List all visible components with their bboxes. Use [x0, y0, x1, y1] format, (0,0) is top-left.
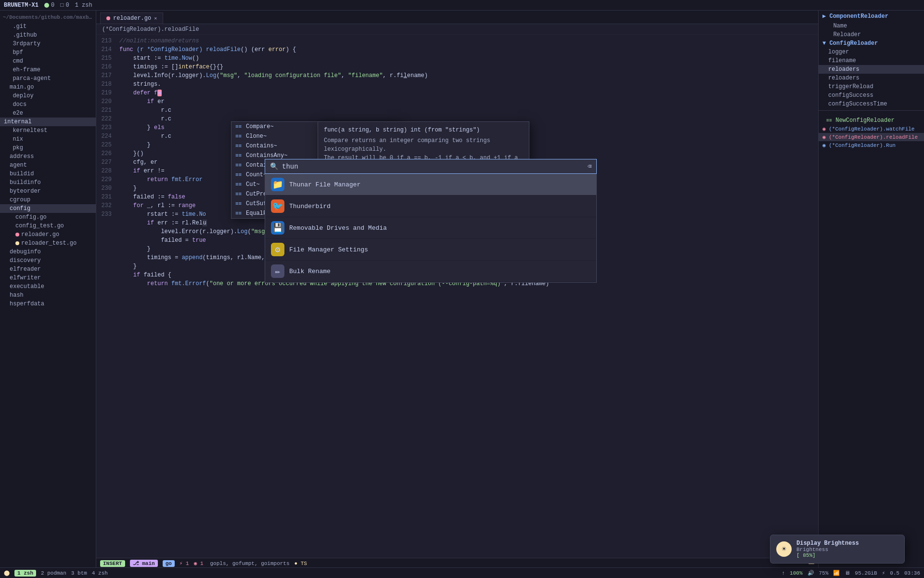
indicator-0: 0: [44, 2, 54, 9]
sidebar-item-debuginfo[interactable]: debuginfo: [0, 248, 96, 256]
rp-configsuccesstime[interactable]: configSuccessTime: [819, 100, 924, 108]
status-bar: INSERT ⎇ main go ⚡ 1 ◉ 1 gopls, gofumpt,…: [96, 558, 818, 568]
sidebar-item-docs[interactable]: docs: [0, 100, 96, 109]
rp-run[interactable]: ◉ (*ConfigReloader).Run: [819, 141, 924, 149]
ac-label-3: Contains~: [246, 143, 277, 149]
rp-watcher[interactable]: reloaders: [819, 65, 924, 74]
sidebar-item-git[interactable]: .git: [0, 22, 96, 31]
sidebar-item-cgroup[interactable]: cgroup: [0, 196, 96, 204]
notif-subtitle: Brightness: [796, 547, 898, 552]
sidebar-item-elfreader[interactable]: elfreader: [0, 265, 96, 274]
search-overlay[interactable]: 🔍 ⌫ 📁 Thunar File Manager 🐦 Thunderbird …: [265, 159, 597, 283]
tab-reloadergo[interactable]: reloader.go ✕: [100, 13, 163, 24]
search-result-removable[interactable]: 💾 Removable Drives and Media: [265, 217, 596, 239]
rp-reloaders[interactable]: reloaders: [819, 74, 924, 82]
sidebar-item-cmd[interactable]: cmd: [0, 57, 96, 66]
editor-area: reloader.go ✕ (*ConfigReloader).reloadFi…: [96, 11, 818, 568]
filemanager-label: File Manager Settings: [289, 246, 368, 253]
search-result-thunar[interactable]: 📁 Thunar File Manager: [265, 174, 596, 196]
sidebar-item-buildid[interactable]: buildid: [0, 170, 96, 178]
rp-reloadfile[interactable]: ◉ (*ConfigReloader).reloadFile: [819, 133, 924, 141]
sidebar-item-hash[interactable]: hash: [0, 291, 96, 300]
sidebar-item-config[interactable]: config: [0, 204, 96, 213]
sidebar-item-github[interactable]: .github: [0, 31, 96, 39]
rp-newconfigreloader[interactable]: ≡≡ NewConfigReloader: [819, 116, 924, 125]
sidebar-item-address[interactable]: address: [0, 152, 96, 161]
indicator-1: □ 0: [60, 2, 69, 9]
bottom-status-bar: ⬤ 1 zsh 2 podman 3 btm 4 zsh ↑ 100% 🔊 75…: [0, 567, 924, 578]
sidebar-item-reloader-test[interactable]: reloader_test.go: [0, 239, 96, 248]
thunar-icon: 📁: [271, 178, 284, 191]
sidebar-item-3rdparty[interactable]: 3rdparty: [0, 39, 96, 48]
tmux-tab-1[interactable]: 1 zsh: [14, 570, 36, 577]
sidebar-item-parca-agent[interactable]: parca-agent: [0, 74, 96, 83]
notif-value: [ 85%]: [796, 552, 898, 558]
sidebar-item-reloadergo[interactable]: reloader.go: [0, 230, 96, 239]
load-value: 0.5: [890, 570, 899, 576]
sidebar-item-bpf[interactable]: bpf: [0, 48, 96, 57]
search-input[interactable]: [282, 163, 584, 171]
ts-label: ● TS: [295, 561, 307, 566]
tmux-tab-3[interactable]: 3 btm: [71, 570, 87, 576]
system-status: ↑ 100% 🔊 75% 📶 🖥 95.2GiB ⚡ 0.5 03:36: [782, 570, 921, 576]
sidebar-item-config-test[interactable]: config_test.go: [0, 222, 96, 230]
sidebar-item-buildinfo[interactable]: buildinfo: [0, 178, 96, 187]
search-clear-icon[interactable]: ⌫: [588, 162, 591, 171]
right-panel: ▶ ComponentReloader Name Reloader ▼ Conf…: [818, 11, 924, 568]
search-result-bulkrename[interactable]: ✏ Bulk Rename: [265, 261, 596, 282]
tab-label: reloader.go: [113, 15, 151, 22]
bulkrename-label: Bulk Rename: [289, 268, 331, 275]
line-numbers: 213214215216217 218219220221222 22322422…: [96, 35, 116, 558]
battery-pct: 100%: [790, 570, 802, 576]
sidebar-item-internal[interactable]: internal: [0, 118, 96, 126]
search-result-thunderbird[interactable]: 🐦 Thunderbird: [265, 196, 596, 217]
search-box[interactable]: 🔍 ⌫: [265, 159, 597, 174]
notif-title: Display Brightness: [796, 540, 898, 547]
rp-configsuccess[interactable]: configSuccess: [819, 91, 924, 100]
sidebar-item-maingo[interactable]: main.go: [0, 83, 96, 92]
memory-label: 🖥: [845, 570, 850, 576]
filemanager-icon: ⚙: [271, 243, 284, 256]
sidebar-item-e2e[interactable]: e2e: [0, 109, 96, 118]
sidebar-item-discovery[interactable]: discovery: [0, 256, 96, 265]
sidebar-header: ~/Documents/github.com/maxbr...: [0, 13, 96, 22]
tab-close-icon[interactable]: ✕: [154, 15, 157, 21]
rp-configreloader: ▼ ConfigReloader: [819, 39, 924, 48]
sidebar-item-byteorder[interactable]: byteorder: [0, 187, 96, 196]
window-title: BRUNETM-X1: [4, 2, 38, 9]
sidebar-item-eh-frame[interactable]: eh-frame: [0, 66, 96, 74]
thunar-label: Thunar File Manager: [289, 181, 360, 188]
reloader-test-dot: [15, 241, 19, 245]
sidebar-item-nix[interactable]: nix: [0, 135, 96, 144]
indicator-2: 1 zsh: [75, 2, 92, 9]
ac-label-2: Clone~: [246, 133, 267, 140]
sidebar-item-elfwriter[interactable]: elfwriter: [0, 274, 96, 282]
sidebar-item-executable[interactable]: executable: [0, 282, 96, 291]
sidebar-item-configgo[interactable]: config.go: [0, 213, 96, 222]
code-editor[interactable]: 213214215216217 218219220221222 22322422…: [96, 35, 818, 558]
search-result-filemanager[interactable]: ⚙ File Manager Settings: [265, 239, 596, 261]
ac-icon-6: ≡≡: [235, 172, 243, 178]
mode-badge: INSERT: [100, 560, 125, 567]
ac-icon: ≡≡: [235, 124, 243, 130]
rp-triggerreload[interactable]: triggerReload: [819, 82, 924, 91]
sidebar-item-deploy[interactable]: deploy: [0, 92, 96, 100]
memory-value: 95.2GiB: [855, 570, 877, 576]
rp-filename[interactable]: filename: [819, 56, 924, 65]
sidebar-item-kerneltest[interactable]: kerneltest: [0, 126, 96, 135]
code-content[interactable]: //nolint:nonamedreturns func (r *ConfigR…: [116, 35, 818, 558]
tmux-tab-4[interactable]: 4 zsh: [92, 570, 108, 576]
rp-logger[interactable]: logger: [819, 48, 924, 56]
sidebar-item-agent[interactable]: agent: [0, 161, 96, 170]
sidebar-item-hsperfdata[interactable]: hsperfdata: [0, 300, 96, 308]
ac-icon-2: ≡≡: [235, 133, 243, 139]
rp-name[interactable]: Name: [819, 22, 924, 30]
tmux-tab-2[interactable]: 2 podman: [41, 570, 66, 576]
rp-reloader[interactable]: Reloader: [819, 30, 924, 39]
notif-content: Display Brightness Brightness [ 85%]: [796, 540, 898, 558]
rp-watchfile[interactable]: ◉ (*ConfigReloader).watchFile: [819, 125, 924, 133]
sidebar-item-pkg[interactable]: pkg: [0, 144, 96, 152]
volume-pct: 75%: [819, 570, 829, 576]
ac-icon-7: ≡≡: [235, 182, 243, 187]
notif-icon: ☀: [776, 541, 792, 557]
